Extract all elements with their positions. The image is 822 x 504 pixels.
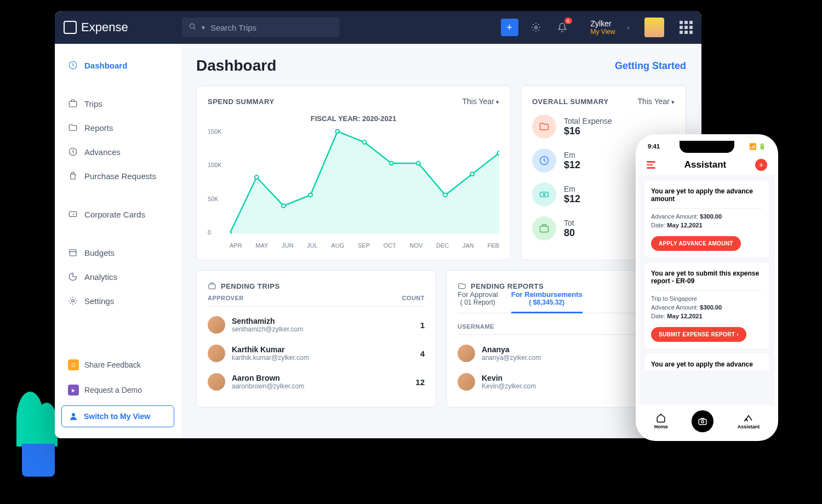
org-name: Zylker — [591, 19, 612, 28]
folder-icon — [458, 282, 466, 290]
add-button[interactable]: + — [501, 19, 518, 36]
demo-icon: ▸ — [68, 385, 79, 396]
folder-icon — [532, 114, 556, 139]
sidebar-item-corporate-cards[interactable]: Corporate Cards — [61, 204, 174, 225]
phone-notch — [680, 141, 734, 153]
svg-point-2 — [534, 26, 537, 29]
switch-view-button[interactable]: Switch to My View — [61, 405, 174, 427]
svg-rect-23 — [540, 192, 548, 197]
svg-point-12 — [255, 175, 259, 179]
org-view: My View — [591, 28, 615, 36]
folder-icon — [68, 123, 78, 133]
avatar — [458, 345, 475, 362]
camera-icon — [698, 416, 707, 426]
nav-home[interactable]: Home — [654, 413, 668, 429]
pending-reports-title: PENDING REPORTS — [471, 282, 544, 290]
notifications-button[interactable]: 6 — [553, 19, 571, 36]
svg-rect-25 — [540, 226, 548, 232]
spend-summary-title: SPEND SUMMARY — [208, 98, 275, 106]
search-container[interactable]: ▼ — [182, 18, 339, 37]
share-feedback-button[interactable]: ☺ Share Feedback — [61, 355, 174, 375]
sidebar-item-dashboard[interactable]: Dashboard — [61, 55, 174, 76]
spend-summary-card: SPEND SUMMARY This Year FISCAL YEAR: 202… — [196, 85, 511, 260]
request-demo-button[interactable]: ▸ Request a Demo — [61, 380, 174, 400]
user-avatar[interactable] — [644, 18, 664, 37]
demo-label: Request a Demo — [84, 386, 142, 394]
submit-report-button[interactable]: SUBMIT EXPENSE REPORT › — [651, 327, 746, 342]
apps-grid-icon[interactable] — [680, 21, 693, 34]
bag-icon — [68, 171, 78, 181]
clock-icon — [68, 147, 78, 157]
spend-period-dropdown[interactable]: This Year — [462, 97, 499, 106]
briefcase-icon — [532, 216, 556, 240]
table-row[interactable]: Karthik Kumarkarthik.kumar@zylker.com4 — [208, 339, 425, 368]
svg-point-11 — [230, 232, 231, 233]
sidebar-item-advances[interactable]: Advances — [61, 141, 174, 162]
settings-button[interactable] — [527, 19, 545, 36]
svg-line-1 — [193, 27, 195, 29]
camera-button[interactable] — [692, 410, 713, 432]
sidebar-item-label: Analytics — [84, 272, 117, 282]
svg-rect-4 — [69, 101, 77, 107]
sidebar-item-budgets[interactable]: Budgets — [61, 242, 174, 263]
avatar — [208, 345, 225, 362]
gear-icon — [68, 296, 78, 306]
pie-chart-icon — [68, 272, 78, 282]
line-chart — [230, 128, 499, 234]
nav-assistant[interactable]: Assistant — [738, 413, 760, 429]
sidebar-item-label: Purchase Requests — [84, 171, 156, 181]
sidebar-item-trips[interactable]: Trips — [61, 93, 174, 114]
chevron-right-icon[interactable]: › — [627, 25, 629, 31]
search-input[interactable] — [210, 23, 333, 32]
sidebar-item-label: Budgets — [84, 248, 115, 257]
pending-trips-title: PENDING TRIPS — [221, 282, 280, 290]
chevron-down-icon[interactable]: ▼ — [201, 25, 206, 31]
svg-point-19 — [443, 193, 447, 197]
org-switcher[interactable]: Zylker My View — [591, 19, 615, 36]
bell-icon — [557, 22, 567, 32]
table-row[interactable]: Aaron Brownaaronbrown@zylker.com12 — [208, 368, 425, 396]
briefcase-icon — [208, 282, 216, 290]
svg-point-9 — [72, 300, 75, 302]
search-icon — [189, 22, 196, 32]
avatar — [208, 316, 225, 334]
money-icon — [532, 182, 556, 207]
hamburger-icon[interactable] — [647, 161, 655, 169]
card-title: You are yet to apply the advance amount — [651, 187, 763, 203]
svg-point-16 — [363, 140, 367, 144]
sidebar-item-purchase-requests[interactable]: Purchase Requests — [61, 165, 174, 186]
add-button[interactable]: + — [755, 159, 767, 171]
svg-rect-26 — [209, 284, 215, 289]
tab-for-approval[interactable]: For Approval( 01 Report) — [458, 290, 498, 313]
expense-icon — [64, 21, 77, 34]
topbar: Expense ▼ + 6 Zylker My View › — [55, 11, 701, 44]
apply-advance-button[interactable]: APPLY ADVANCE AMOUNT — [651, 236, 741, 251]
overall-period-dropdown[interactable]: This Year — [638, 97, 675, 106]
svg-point-0 — [190, 24, 194, 28]
sidebar-item-settings[interactable]: Settings — [61, 290, 174, 311]
assistant-card: You are yet to apply the advance amount … — [644, 181, 769, 257]
sidebar-item-reports[interactable]: Reports — [61, 117, 174, 138]
app-logo[interactable]: Expense — [64, 20, 173, 35]
chart-title: FISCAL YEAR: 2020-2021 — [208, 114, 499, 123]
assistant-card: You are yet to submit this expense repor… — [644, 263, 769, 348]
calendar-icon — [68, 248, 78, 257]
sidebar-item-label: Dashboard — [84, 61, 127, 70]
user-icon — [68, 411, 78, 421]
y-axis: 150K 100K 50K 0 — [208, 128, 222, 236]
sidebar-item-analytics[interactable]: Analytics — [61, 266, 174, 287]
phone-bottom-nav: Home Assistant — [642, 405, 772, 434]
svg-point-13 — [282, 204, 286, 208]
x-axis: APRMAYJUNJULAUGSEPOCTNOVDECJANFEB — [230, 242, 499, 249]
sidebar-item-label: Settings — [84, 296, 114, 306]
svg-point-14 — [309, 193, 312, 197]
getting-started-link[interactable]: Getting Started — [615, 60, 686, 72]
card-title: You are yet to submit this expense repor… — [651, 270, 763, 285]
assistant-icon — [744, 413, 754, 423]
card-icon — [68, 209, 78, 219]
avatar — [458, 373, 475, 391]
svg-rect-27 — [699, 419, 706, 425]
tab-for-reimbursements[interactable]: For Reimbursements( $8,345.32) — [511, 290, 583, 313]
table-row[interactable]: Senthamizhsenthamizh@zylker.com1 — [208, 311, 425, 339]
svg-point-15 — [335, 129, 339, 133]
